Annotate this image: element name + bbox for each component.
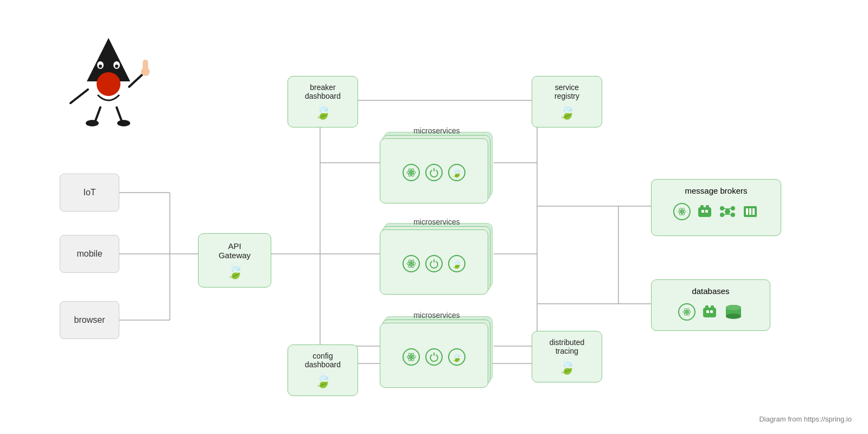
svg-line-30: [129, 73, 144, 87]
ms-mid-label: microservices: [380, 218, 494, 226]
api-gateway-label: API Gateway: [219, 241, 251, 260]
ms-bot-leaf-icon: 🍃: [448, 348, 465, 366]
svg-line-34: [117, 107, 122, 122]
svg-line-63: [722, 208, 727, 209]
ms-top-label: microservices: [380, 126, 494, 135]
diagram-container: IoT mobile browser API Gateway 🍃 breaker…: [0, 0, 868, 434]
svg-line-64: [727, 208, 733, 209]
service-registry-box: service registry 🍃: [532, 76, 602, 127]
svg-point-83: [726, 305, 741, 310]
mobile-label: mobile: [76, 249, 102, 259]
mascot: [54, 27, 163, 136]
svg-point-49: [681, 210, 683, 213]
svg-rect-77: [711, 305, 714, 309]
svg-line-33: [95, 107, 100, 122]
svg-rect-69: [749, 208, 751, 215]
config-dashboard-label: config dashboard: [305, 352, 341, 369]
ms-bot-label: microservices: [380, 311, 494, 320]
svg-line-29: [71, 90, 88, 103]
svg-point-82: [726, 314, 741, 319]
svg-rect-55: [706, 205, 709, 208]
ms-mid-react-icon: [403, 255, 420, 272]
service-registry-leaf-icon: 🍃: [558, 104, 576, 120]
svg-line-66: [727, 214, 733, 215]
api-gateway-box: API Gateway 🍃: [198, 233, 271, 288]
attribution: Diagram from https://spring.io: [759, 415, 852, 423]
distributed-tracing-label: distributed tracing: [550, 338, 585, 355]
ms-top-leaf-icon: 🍃: [448, 164, 465, 181]
databases-box: databases: [651, 279, 770, 331]
svg-rect-70: [752, 208, 755, 215]
breaker-dashboard-box: breaker dashboard 🍃: [288, 76, 358, 127]
svg-point-41: [410, 263, 412, 265]
browser-label: browser: [74, 315, 105, 325]
databases-label: databases: [692, 286, 729, 296]
svg-rect-76: [705, 305, 709, 309]
iot-label: IoT: [83, 188, 95, 197]
db-cylinder-icon: [724, 303, 743, 321]
svg-point-27: [99, 65, 102, 68]
svg-point-45: [410, 356, 412, 358]
broker-kafka-icon: [719, 203, 736, 220]
config-dashboard-box: config dashboard 🍃: [288, 344, 358, 396]
breaker-leaf-icon: 🍃: [314, 104, 331, 120]
svg-rect-79: [710, 310, 713, 313]
ms-top-power-icon: [425, 164, 443, 181]
ms-mid-leaf-icon: 🍃: [448, 255, 465, 272]
distributed-tracing-leaf-icon: 🍃: [558, 359, 576, 375]
db-spring-icon: [701, 303, 718, 321]
svg-point-28: [115, 65, 118, 68]
svg-line-65: [722, 214, 727, 215]
distributed-tracing-box: distributed tracing 🍃: [532, 331, 602, 382]
svg-point-24: [97, 72, 120, 96]
svg-rect-75: [703, 308, 716, 317]
breaker-dashboard-label: breaker dashboard: [305, 83, 341, 100]
config-leaf-icon: 🍃: [314, 372, 331, 389]
svg-rect-53: [698, 207, 711, 217]
browser-box: browser: [60, 301, 119, 339]
svg-rect-57: [705, 210, 708, 213]
svg-point-36: [117, 120, 130, 126]
ms-bot-power-icon: [425, 348, 443, 366]
svg-point-35: [86, 120, 99, 126]
svg-point-71: [686, 311, 688, 313]
ms-bot-react-icon: [403, 348, 420, 366]
svg-point-37: [410, 171, 412, 174]
db-react-icon: [678, 303, 695, 321]
broker-react-icon: [673, 203, 691, 220]
ms-mid-power-icon: [425, 255, 443, 272]
svg-rect-32: [143, 60, 148, 72]
attribution-text: Diagram from https://spring.io: [759, 415, 852, 423]
svg-point-58: [725, 209, 730, 214]
service-registry-label: service registry: [554, 83, 579, 100]
message-brokers-box: message brokers: [651, 179, 781, 236]
svg-rect-68: [746, 208, 748, 215]
svg-rect-78: [706, 310, 709, 313]
iot-box: IoT: [60, 174, 119, 212]
ms-top-react-icon: [403, 164, 420, 181]
broker-activemq-icon: [742, 203, 759, 220]
broker-rabbitmq-icon: [696, 203, 713, 220]
svg-rect-54: [700, 205, 704, 208]
mobile-box: mobile: [60, 235, 119, 273]
api-gateway-leaf-icon: 🍃: [226, 263, 244, 280]
svg-rect-56: [701, 210, 704, 213]
message-brokers-label: message brokers: [685, 186, 747, 195]
